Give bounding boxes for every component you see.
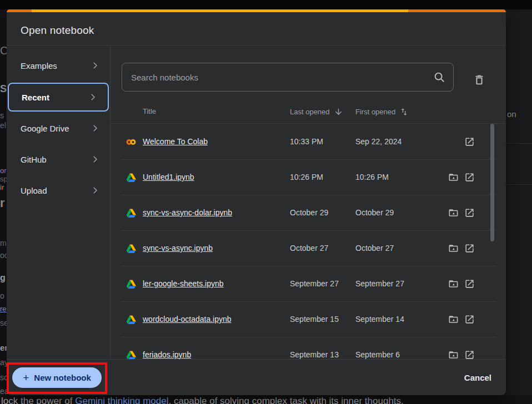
locate-in-drive-icon[interactable] bbox=[448, 208, 459, 218]
loading-progress-bar bbox=[7, 9, 506, 12]
open-in-new-icon[interactable] bbox=[464, 137, 475, 147]
column-header-title[interactable]: Title bbox=[143, 107, 156, 115]
table-row: Untitled1.ipynb 10:26 PM 10:26 PM bbox=[122, 160, 496, 195]
table-row: sync-vs-async.ipynb October 27 October 2… bbox=[122, 231, 496, 266]
colab-logo-icon bbox=[126, 137, 136, 147]
backdrop-text-fragment: g bbox=[0, 273, 6, 283]
table-row: wordcloud-octadata.ipynb September 15 Se… bbox=[122, 302, 496, 337]
backdrop-text-fragment: o bbox=[0, 291, 4, 300]
new-notebook-label: New notebook bbox=[34, 373, 91, 382]
colab-open-notebook-screen: C SS s l els or sp ir r mi od g o res se… bbox=[0, 0, 532, 404]
notebook-link[interactable]: feriados.ipynb bbox=[143, 350, 191, 359]
backdrop-text-fragment: ir bbox=[0, 183, 4, 191]
table-row: ler-google-sheets.ipynb September 27 Sep… bbox=[122, 266, 496, 302]
list-scrollbar[interactable] bbox=[490, 124, 494, 241]
column-label: Title bbox=[143, 107, 156, 115]
backdrop-text-fragment: on bbox=[507, 109, 516, 119]
last-opened-value: 10:33 PM bbox=[290, 137, 323, 146]
open-in-new-icon[interactable] bbox=[464, 208, 475, 218]
header-divider bbox=[7, 45, 506, 46]
google-drive-icon bbox=[126, 350, 136, 359]
chevron-right-icon bbox=[90, 60, 100, 70]
chevron-right-icon bbox=[90, 123, 100, 133]
new-notebook-button[interactable]: + New notebook bbox=[12, 367, 102, 388]
open-in-new-icon[interactable] bbox=[464, 314, 475, 325]
column-label: Last opened bbox=[290, 108, 330, 116]
last-opened-value: 10:26 PM bbox=[290, 173, 323, 181]
backdrop-text-fragment: r bbox=[0, 196, 5, 210]
google-drive-icon bbox=[126, 208, 136, 218]
sidebar-item-label: Recent bbox=[22, 93, 49, 102]
paragraph-text: lock the power of bbox=[1, 396, 75, 404]
sidebar-divider bbox=[110, 45, 111, 359]
search-icon[interactable] bbox=[433, 71, 445, 83]
backdrop-text-fragment: or bbox=[0, 166, 7, 175]
notebook-link[interactable]: Untitled1.ipynb bbox=[143, 173, 194, 181]
sort-descending-icon bbox=[334, 107, 343, 117]
first-opened-value: October 27 bbox=[355, 244, 394, 252]
google-drive-icon bbox=[126, 279, 136, 289]
first-opened-value: September 27 bbox=[355, 279, 404, 288]
open-notebook-dialog: Open notebook Examples Recent Google Dri… bbox=[7, 9, 506, 395]
sidebar-item-label: Google Drive bbox=[21, 124, 69, 133]
backdrop-divider bbox=[506, 184, 532, 185]
gemini-model-link: Gemini thinking model bbox=[75, 396, 168, 404]
last-opened-value: September 15 bbox=[290, 315, 339, 324]
notebook-link[interactable]: sync-vs-async-dolar.ipynb bbox=[143, 208, 232, 217]
table-row: sync-vs-async-dolar.ipynb October 29 Oct… bbox=[122, 195, 496, 231]
last-opened-value: September 27 bbox=[290, 279, 339, 288]
search-input[interactable] bbox=[122, 73, 433, 82]
backdrop-divider bbox=[506, 143, 532, 144]
notebook-link[interactable]: wordcloud-octadata.ipynb bbox=[143, 315, 232, 324]
google-drive-icon bbox=[126, 173, 136, 183]
last-opened-value: September 13 bbox=[290, 350, 339, 359]
sidebar-item-examples[interactable]: Examples bbox=[7, 50, 110, 81]
google-drive-icon bbox=[126, 315, 136, 325]
backdrop-paragraph: lock the power of Gemini thinking model,… bbox=[1, 396, 404, 404]
locate-in-drive-icon[interactable] bbox=[448, 243, 459, 254]
search-box bbox=[122, 63, 454, 92]
cancel-button[interactable]: Cancel bbox=[459, 367, 497, 388]
locate-in-drive-icon[interactable] bbox=[448, 172, 459, 183]
locate-in-drive-icon[interactable] bbox=[448, 314, 459, 325]
sidebar-item-upload[interactable]: Upload bbox=[7, 175, 110, 206]
locate-in-drive-icon[interactable] bbox=[448, 350, 459, 359]
table-row: feriados.ipynb September 13 September 6 bbox=[122, 337, 496, 359]
notebook-link[interactable]: ler-google-sheets.ipynb bbox=[143, 279, 224, 288]
first-opened-value: 10:26 PM bbox=[355, 173, 389, 181]
trash-icon[interactable] bbox=[473, 74, 485, 86]
chevron-right-icon bbox=[88, 92, 98, 102]
first-opened-value: Sep 22, 2024 bbox=[355, 137, 401, 146]
first-opened-value: September 14 bbox=[355, 315, 404, 324]
open-in-new-icon[interactable] bbox=[464, 350, 475, 359]
open-in-new-icon[interactable] bbox=[464, 172, 475, 183]
sidebar-item-label: Upload bbox=[21, 186, 47, 195]
chevron-right-icon bbox=[90, 185, 100, 195]
google-drive-icon bbox=[126, 244, 136, 254]
chevron-right-icon bbox=[90, 154, 100, 164]
sort-swap-icon bbox=[399, 107, 409, 117]
backdrop-right bbox=[506, 9, 532, 395]
notebook-list: Welcome To Colab 10:33 PM Sep 22, 2024 U… bbox=[122, 124, 496, 359]
column-header-last-opened[interactable]: Last opened bbox=[290, 107, 343, 117]
dialog-title: Open notebook bbox=[21, 24, 94, 37]
column-header-first-opened[interactable]: First opened bbox=[355, 107, 409, 117]
open-in-new-icon[interactable] bbox=[464, 279, 475, 289]
locate-in-drive-icon[interactable] bbox=[448, 279, 459, 289]
column-label: First opened bbox=[355, 108, 395, 116]
sidebar-item-recent[interactable]: Recent bbox=[8, 83, 109, 112]
first-opened-value: October 29 bbox=[355, 208, 394, 217]
sidebar-item-github[interactable]: GitHub bbox=[7, 144, 110, 175]
last-opened-value: October 29 bbox=[290, 208, 328, 217]
sidebar-item-google-drive[interactable]: Google Drive bbox=[7, 113, 110, 144]
page-top-bar bbox=[0, 0, 532, 9]
open-in-new-icon[interactable] bbox=[464, 243, 475, 254]
sidebar-item-label: GitHub bbox=[21, 155, 47, 164]
notebook-link[interactable]: sync-vs-async.ipynb bbox=[143, 244, 213, 252]
notebook-link[interactable]: Welcome To Colab bbox=[143, 137, 208, 146]
footer-divider bbox=[7, 359, 506, 360]
plus-icon: + bbox=[23, 372, 29, 383]
sidebar-item-label: Examples bbox=[21, 61, 57, 70]
table-row: Welcome To Colab 10:33 PM Sep 22, 2024 bbox=[122, 124, 496, 160]
paragraph-text: , capable of solving complex task with i… bbox=[168, 396, 403, 404]
